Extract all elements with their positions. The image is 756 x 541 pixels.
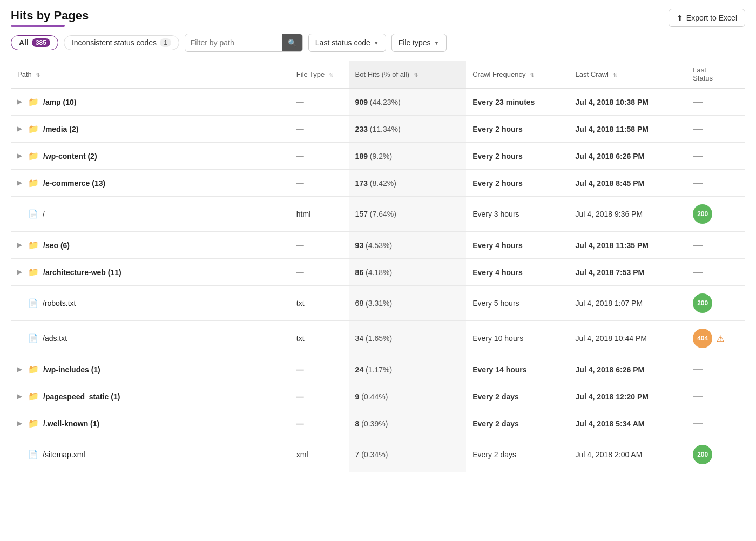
table-row: ▶📁/amp (10)—909 (44.23%)Every 23 minutes… [11,88,745,116]
hits-cell: 9 (0.44%) [349,383,467,410]
folder-icon: 📁 [28,124,39,134]
last-crawl-cell: Jul 4, 2018 10:38 PM [569,88,687,116]
sort-icon-freq: ⇅ [530,72,534,78]
hits-cell: 34 (1.65%) [349,321,467,356]
crawl-freq-cell: Every 5 hours [466,286,569,321]
file-type-cell: — [290,356,349,383]
table-row: ▶📁/seo (6)—93 (4.53%)Every 4 hoursJul 4,… [11,232,745,259]
folder-icon: 📁 [28,267,39,277]
expand-arrow[interactable]: ▶ [17,393,24,400]
hits-cell: 93 (4.53%) [349,232,467,259]
file-type-cell: txt [290,321,349,356]
crawl-freq-cell: Every 2 days [466,437,569,472]
last-crawl-cell: Jul 4, 2018 11:58 PM [569,116,687,143]
path-name: /pagespeed_static (1) [43,392,120,401]
hits-value: 86 (4.18%) [355,268,393,277]
last-crawl-cell: Jul 4, 2018 8:45 PM [569,170,687,197]
status-dash: — [693,96,703,108]
hits-pct: (9.2%) [370,152,392,161]
tab-all[interactable]: All 385 [11,35,58,50]
path-name: /media (2) [43,125,78,133]
status-cell: — [686,143,745,170]
sort-icon-lastcrawl: ⇅ [613,72,617,78]
hits-cell: 189 (9.2%) [349,143,467,170]
toolbar: All 385 Inconsistent status codes 1 🔍 La… [11,34,745,52]
file-types-dropdown[interactable]: File types ▼ [392,34,447,52]
col-header-filetype[interactable]: File Type ⇅ [290,61,349,88]
search-box: 🔍 [185,34,303,52]
crawl-freq-cell: Every 14 hours [466,356,569,383]
status-cell: — [686,259,745,286]
col-header-hits[interactable]: Bot Hits (% of all) ⇅ [349,61,467,88]
hits-pct: (3.31%) [366,299,392,308]
hits-value: 189 (9.2%) [355,152,392,161]
expand-arrow[interactable]: ▶ [17,420,24,427]
last-crawl-cell: Jul 4, 2018 11:35 PM [569,232,687,259]
file-icon: 📄 [28,298,38,308]
hits-cell: 157 (7.64%) [349,197,467,232]
file-icon: 📄 [28,209,38,219]
col-header-freq[interactable]: Crawl Frequency ⇅ [466,61,569,88]
expand-arrow[interactable]: ▶ [17,242,24,249]
file-type-cell: — [290,143,349,170]
dash: — [296,365,304,374]
table-row: 📄/sitemap.xmlxml7 (0.34%)Every 2 daysJul… [11,437,745,472]
status-dash: — [693,239,703,251]
table-row: ▶📁/wp-includes (1)—24 (1.17%)Every 14 ho… [11,356,745,383]
dash: — [296,241,304,250]
status-cell: — [686,88,745,116]
status-dash: — [693,391,703,402]
expand-arrow[interactable]: ▶ [17,366,24,373]
col-header-path[interactable]: Path ⇅ [11,61,290,88]
export-button[interactable]: ⬆ Export to Excel [669,9,745,27]
hits-cell: 86 (4.18%) [349,259,467,286]
crawl-freq-cell: Every 2 days [466,410,569,437]
file-type-cell: — [290,170,349,197]
expand-arrow[interactable]: ▶ [17,269,24,276]
status-cell: — [686,170,745,197]
expand-arrow[interactable]: ▶ [17,179,24,186]
file-type-cell: — [290,232,349,259]
filter-path-input[interactable] [185,38,282,47]
hits-cell: 24 (1.17%) [349,356,467,383]
status-cell: — [686,116,745,143]
tab-inconsistent-status-codes[interactable]: Inconsistent status codes 1 [64,35,179,50]
expand-arrow[interactable]: ▶ [17,125,24,132]
expand-arrow[interactable]: ▶ [17,98,24,105]
folder-icon: 📁 [28,240,39,250]
col-header-status[interactable]: LastStatus [686,61,745,88]
folder-icon: 📁 [28,364,39,375]
path-name: /.well-known (1) [43,419,99,428]
file-type-cell: — [290,259,349,286]
col-header-lastcrawl[interactable]: Last Crawl ⇅ [569,61,687,88]
status-badge-404: 404 [693,329,712,348]
dash: — [296,392,304,401]
file-type-cell: — [290,410,349,437]
search-button[interactable]: 🔍 [282,34,302,52]
last-status-code-dropdown[interactable]: Last status code ▼ [308,34,386,52]
expand-arrow[interactable]: ▶ [17,152,24,159]
status-badge-200: 200 [693,204,712,224]
hits-cell: 68 (3.31%) [349,286,467,321]
status-dash: — [693,150,703,162]
path-name: /amp (10) [43,98,76,106]
hits-pct: (7.64%) [370,210,396,218]
hits-cell: 7 (0.34%) [349,437,467,472]
crawl-freq-cell: Every 3 hours [466,197,569,232]
hits-pct: (1.65%) [366,334,392,343]
status-cell: 200 [686,286,745,321]
crawl-freq-cell: Every 2 hours [466,143,569,170]
file-icon: 📄 [28,333,38,343]
path-name: /ads.txt [43,334,67,343]
file-type-cell: html [290,197,349,232]
hits-cell: 909 (44.23%) [349,88,467,116]
last-crawl-cell: Jul 4, 2018 2:00 AM [569,437,687,472]
export-icon: ⬆ [677,14,683,22]
hits-pct: (0.44%) [361,392,388,401]
hits-cell: 8 (0.39%) [349,410,467,437]
sort-icon-hits: ⇅ [414,72,418,78]
title-underline [11,25,65,27]
crawl-freq-cell: Every 2 hours [466,170,569,197]
path-name: / [43,210,45,218]
path-name: /e-commerce (13) [43,179,105,188]
